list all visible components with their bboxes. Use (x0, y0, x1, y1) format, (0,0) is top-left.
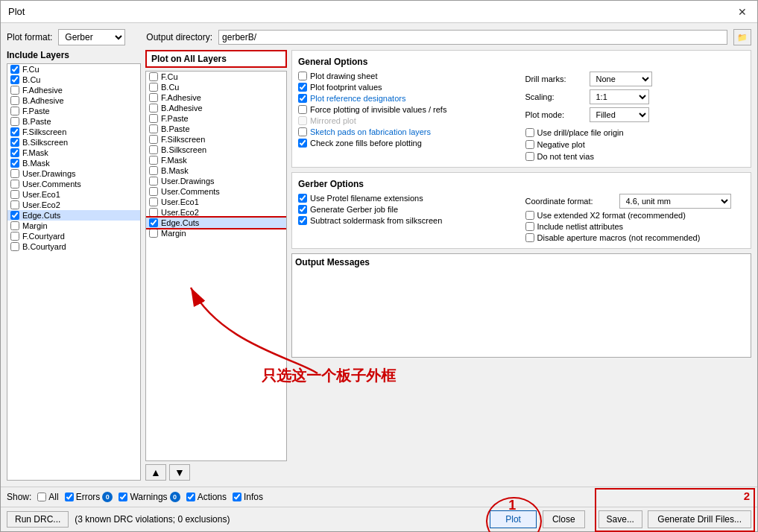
use-protel-option: Use Protel filename extensions (298, 194, 518, 203)
infos-check-item: Infos (233, 492, 263, 502)
actions-checkbox[interactable] (186, 493, 195, 501)
list-item[interactable]: Margin (146, 228, 286, 238)
force-plotting-label: Force plotting of invisible values / ref… (310, 105, 446, 114)
format-row: Plot format: Gerber PostScript SVG DXF H… (7, 29, 751, 45)
list-item[interactable]: F.Paste (7, 106, 140, 116)
plot-layers-list[interactable]: F.Cu B.Cu F.Adhesive B.Adhesive F.Paste … (145, 71, 287, 461)
use-drill-checkbox[interactable] (525, 128, 534, 137)
mirrored-plot-checkbox[interactable] (298, 116, 307, 125)
list-item[interactable]: User.Drawings (7, 168, 140, 179)
list-item[interactable]: B.Courtyard (7, 241, 140, 252)
list-item[interactable]: F.Mask (7, 148, 140, 158)
format-select[interactable]: Gerber PostScript SVG DXF HPGL PDF (58, 29, 125, 45)
plot-drawing-sheet-checkbox[interactable] (298, 72, 307, 80)
check-zone-fills-checkbox[interactable] (298, 139, 307, 148)
list-item[interactable]: B.Paste (146, 124, 286, 134)
plot-all-layers-header: Plot on All Layers (145, 50, 287, 68)
list-item[interactable]: User.Eco2 (146, 207, 286, 218)
drill-marks-row: Drill marks: None Small Actual size (525, 72, 745, 86)
list-item[interactable]: Margin (7, 221, 140, 231)
list-item[interactable]: User.Drawings (146, 176, 286, 186)
list-item[interactable]: F.Paste (146, 113, 286, 124)
list-item[interactable]: B.Cu (7, 75, 140, 85)
plot-drawing-sheet-label: Plot drawing sheet (310, 72, 378, 80)
folder-button[interactable]: 📁 (733, 29, 751, 45)
use-protel-checkbox[interactable] (298, 194, 307, 203)
plot-reference-designators-checkbox[interactable] (298, 94, 307, 103)
list-item[interactable]: B.Silkscreen (7, 137, 140, 148)
use-protel-label: Use Protel filename extensions (310, 194, 423, 203)
generate-job-option: Generate Gerber job file (298, 205, 518, 214)
list-item[interactable]: User.Eco1 (146, 197, 286, 207)
check-zone-fills-option: Check zone fills before plotting (298, 139, 518, 148)
use-drill-option: Use drill/place file origin (525, 128, 745, 137)
list-item[interactable]: F.Mask (146, 155, 286, 165)
save-button[interactable]: Save... (598, 510, 642, 528)
list-item[interactable]: F.Cu (7, 64, 140, 75)
warnings-checkbox[interactable] (119, 493, 127, 501)
list-item[interactable]: User.Eco1 (7, 189, 140, 200)
plot-button[interactable]: Plot (490, 510, 537, 528)
list-item[interactable]: B.Silkscreen (146, 145, 286, 155)
use-extended-checkbox[interactable] (525, 211, 534, 220)
coord-format-label: Coordinate format: (525, 197, 615, 206)
run-drc-button[interactable]: Run DRC... (7, 511, 69, 528)
list-item[interactable]: B.Adhesive (146, 103, 286, 113)
subtract-soldermask-option: Subtract soldermask from silkscreen (298, 216, 518, 225)
list-item[interactable]: B.Mask (146, 165, 286, 176)
warnings-check-item: Warnings 0 (119, 492, 180, 502)
sketch-pads-checkbox[interactable] (298, 127, 307, 136)
include-netlist-checkbox[interactable] (525, 222, 534, 231)
all-checkbox[interactable] (37, 493, 46, 501)
plot-button-container: 1 Plot (490, 510, 537, 528)
list-item[interactable]: User.Eco2 (7, 200, 140, 210)
errors-count: 0 (102, 492, 113, 502)
use-extended-label: Use extended X2 format (recommended) (537, 211, 686, 220)
gerber-options-title: Gerber Options (298, 179, 745, 189)
drill-marks-select[interactable]: None Small Actual size (590, 72, 652, 86)
sketch-pads-label: Sketch pads on fabrication layers (310, 127, 431, 136)
window-close-button[interactable]: ✕ (735, 4, 750, 19)
general-options-section: General Options Plot drawing sheet Plot … (291, 50, 751, 168)
infos-checkbox[interactable] (233, 493, 241, 501)
subtract-soldermask-checkbox[interactable] (298, 216, 307, 225)
coord-format-select[interactable]: 4.6, unit mm 4.5, unit mm (619, 194, 731, 209)
plot-footprint-values-label: Plot footprint values (310, 83, 382, 92)
close-button[interactable]: Close (543, 510, 585, 528)
footer-row: Run DRC... (3 known DRC violations; 0 ex… (1, 507, 757, 531)
mirrored-plot-option: Mirrored plot (298, 116, 518, 125)
include-layers-list[interactable]: F.Cu B.Cu F.Adhesive B.Adhesive F.Paste … (7, 63, 141, 481)
scaling-row: Scaling: 1:1 (525, 89, 745, 104)
plot-mode-select[interactable]: Filled Sketch (590, 107, 649, 122)
list-item[interactable]: F.Silkscreen (7, 127, 140, 137)
do-not-tent-option: Do not tent vias (525, 152, 745, 161)
generate-job-label: Generate Gerber job file (310, 205, 398, 214)
negative-plot-checkbox[interactable] (525, 140, 534, 149)
list-item[interactable]: F.Adhesive (7, 85, 140, 95)
scaling-select[interactable]: 1:1 (590, 89, 649, 104)
output-directory-input[interactable] (218, 30, 727, 45)
list-item[interactable]: F.Adhesive (146, 92, 286, 103)
list-item[interactable]: B.Adhesive (7, 95, 140, 106)
gerber-options-section: Gerber Options Use Protel filename exten… (291, 172, 751, 249)
edge-cuts-include-item[interactable]: Edge.Cuts (7, 210, 140, 221)
disable-aperture-checkbox[interactable] (525, 233, 534, 242)
list-item[interactable]: User.Comments (7, 179, 140, 189)
do-not-tent-checkbox[interactable] (525, 152, 534, 161)
force-plotting-checkbox[interactable] (298, 105, 307, 114)
errors-checkbox[interactable] (65, 493, 74, 501)
list-item[interactable]: B.Mask (7, 158, 140, 168)
list-item[interactable]: B.Cu (146, 82, 286, 92)
list-item[interactable]: User.Comments (146, 186, 286, 197)
list-item[interactable]: F.Cu (146, 72, 286, 82)
generate-job-checkbox[interactable] (298, 205, 307, 214)
edge-cuts-plot-item[interactable]: Edge.Cuts (146, 218, 286, 228)
output-label: Output directory: (146, 32, 212, 42)
list-item[interactable]: B.Paste (7, 116, 140, 127)
list-item[interactable]: F.Courtyard (7, 231, 140, 241)
move-up-button[interactable]: ▲ (145, 464, 166, 481)
plot-footprint-values-checkbox[interactable] (298, 83, 307, 92)
list-item[interactable]: F.Silkscreen (146, 134, 286, 145)
move-down-button[interactable]: ▼ (169, 464, 190, 481)
generate-drill-files-button[interactable]: Generate Drill Files... (648, 510, 751, 528)
